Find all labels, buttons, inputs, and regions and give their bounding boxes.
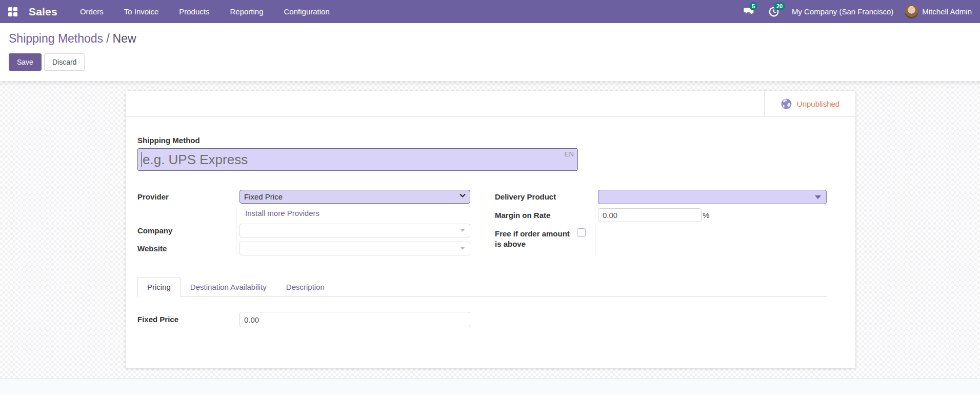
margin-on-rate-input[interactable] [598, 208, 702, 222]
publish-toggle[interactable]: Unpublished [764, 91, 855, 116]
breadcrumb: Shipping Methods/New [9, 30, 971, 47]
percent-suffix: % [703, 211, 709, 220]
shipping-method-input[interactable] [137, 148, 578, 171]
user-name: Mitchell Admin [922, 7, 972, 16]
notebook-tabs: Pricing Destination Availability Descrip… [137, 277, 827, 297]
publish-status-label: Unpublished [797, 100, 839, 108]
save-button[interactable]: Save [9, 53, 42, 71]
language-badge[interactable]: EN [565, 150, 574, 158]
sheet-body: Shipping Method EN Provider Fixed Price [126, 136, 855, 327]
company-label: Company [137, 224, 239, 235]
systray: 5 20 My Company (San Francisco) Mitchell… [743, 5, 972, 18]
company-row: Company [137, 224, 470, 237]
tab-pricing[interactable]: Pricing [137, 277, 181, 297]
discard-button[interactable]: Discard [44, 53, 85, 71]
provider-row: Provider Fixed Price Install more Provid… [137, 190, 470, 224]
company-switcher[interactable]: My Company (San Francisco) [792, 7, 893, 16]
menu-reporting[interactable]: Reporting [229, 1, 264, 22]
provider-label: Provider [137, 190, 239, 201]
caret-down-icon [815, 195, 821, 199]
free-if-above-checkbox[interactable] [577, 228, 586, 237]
company-select[interactable] [239, 224, 470, 237]
activities-count-badge: 20 [774, 2, 785, 10]
grid-icon [8, 7, 18, 17]
provider-value: Fixed Price [244, 192, 283, 201]
activities-button[interactable]: 20 [767, 5, 781, 18]
breadcrumb-separator: / [103, 32, 112, 45]
shipping-method-label: Shipping Method [137, 136, 827, 145]
control-panel: Shipping Methods/New Save Discard [0, 23, 980, 81]
free-if-above-label: Free if order amount is above [495, 226, 577, 250]
main-menu: Orders To Invoice Products Reporting Con… [79, 1, 331, 22]
tab-destination-availability[interactable]: Destination Availability [181, 277, 276, 297]
tab-description[interactable]: Description [276, 277, 334, 297]
website-select[interactable] [239, 242, 470, 255]
menu-products[interactable]: Products [178, 1, 210, 22]
breadcrumb-shipping-methods[interactable]: Shipping Methods [9, 32, 103, 45]
menu-orders[interactable]: Orders [79, 1, 105, 22]
delivery-product-row: Delivery Product [495, 190, 827, 204]
delivery-product-label: Delivery Product [495, 190, 598, 201]
messages-count-badge: 5 [749, 2, 757, 10]
fixed-price-input[interactable] [239, 312, 470, 327]
menu-configuration[interactable]: Configuration [283, 1, 331, 22]
apps-menu-icon[interactable] [7, 6, 18, 17]
free-if-above-row: Free if order amount is above [495, 226, 827, 250]
website-row: Website [137, 242, 470, 255]
menu-to-invoice[interactable]: To Invoice [123, 1, 160, 22]
pricing-tab-content: Fixed Price [137, 297, 827, 327]
caret-down-icon [460, 229, 465, 232]
caret-down-icon [460, 247, 465, 250]
top-navbar: Sales Orders To Invoice Products Reporti… [0, 0, 980, 23]
fixed-price-label: Fixed Price [137, 312, 239, 327]
install-more-providers-link[interactable]: Install more Providers [245, 209, 319, 217]
footer-strip [0, 378, 980, 394]
form-sheet: Unpublished Shipping Method EN Provider [126, 91, 855, 368]
chevron-down-icon [459, 193, 466, 197]
field-column-left: Provider Fixed Price Install more Provid… [137, 190, 470, 255]
delivery-product-select[interactable] [598, 190, 827, 204]
user-avatar [905, 5, 918, 18]
shipping-method-input-wrap: EN [137, 148, 578, 171]
margin-row: Margin on Rate % [495, 208, 827, 222]
app-name[interactable]: Sales [29, 6, 57, 18]
breadcrumb-current: New [113, 32, 136, 45]
field-column-right: Delivery Product Margin on Rate % [495, 190, 827, 255]
globe-icon [781, 98, 792, 110]
provider-select[interactable]: Fixed Price [239, 190, 470, 204]
website-label: Website [137, 242, 239, 253]
title-group: Shipping Method EN [137, 136, 827, 171]
form-statusbar: Unpublished [126, 91, 855, 117]
form-action-buttons: Save Discard [9, 53, 971, 71]
margin-on-rate-label: Margin on Rate [495, 208, 598, 220]
field-grid: Provider Fixed Price Install more Provid… [137, 190, 827, 255]
messages-button[interactable]: 5 [743, 5, 756, 18]
content-area: Unpublished Shipping Method EN Provider [0, 81, 980, 378]
user-menu[interactable]: Mitchell Admin [905, 5, 972, 18]
text-cursor [142, 152, 142, 167]
